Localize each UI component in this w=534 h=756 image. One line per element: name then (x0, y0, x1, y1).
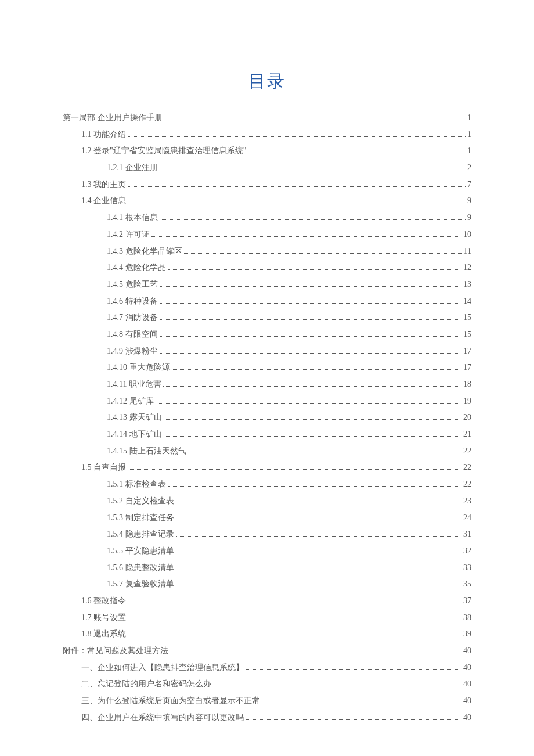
toc-entry[interactable]: 1.5.5 平安隐患清单32 (63, 543, 471, 560)
toc-entry-label: 1.4.3 危险化学品罐区 (107, 243, 182, 260)
toc-leader (128, 620, 461, 620)
toc-entry[interactable]: 第一局部 企业用户操作手册1 (63, 110, 471, 127)
toc-entry[interactable]: 1.4.3 危险化学品罐区11 (63, 243, 471, 260)
toc-entry-label: 1.5.2 自定义检查表 (107, 493, 174, 510)
toc-entry-page: 40 (463, 660, 471, 676)
toc-entry[interactable]: 1.4.13 露天矿山20 (63, 409, 471, 426)
toc-entry-label: 1.4.6 特种设备 (107, 293, 158, 310)
toc-entry-page: 14 (463, 293, 471, 310)
toc-entry[interactable]: 附件：常见问题及其处理方法40 (63, 643, 471, 660)
toc-entry-page: 20 (463, 409, 471, 426)
toc-entry[interactable]: 1.1 功能介绍1 (63, 127, 471, 143)
toc-leader (188, 453, 462, 453)
toc-leader (160, 303, 462, 304)
toc-entry-page: 40 (463, 676, 471, 693)
toc-entry-page: 10 (463, 226, 471, 243)
toc-entry[interactable]: 1.2.1 企业注册2 (63, 160, 471, 177)
toc-entry-label: 1.4.7 消防设备 (107, 309, 158, 326)
toc-leader (176, 570, 462, 570)
toc-entry-label: 1.6 整改指令 (81, 593, 126, 610)
toc-entry-label: 附件：常见问题及其处理方法 (63, 643, 168, 660)
toc-entry-page: 1 (467, 127, 471, 143)
toc-leader (213, 686, 461, 686)
toc-entry-label: 1.5.3 制定排查任务 (107, 510, 174, 527)
toc-entry[interactable]: 1.2 登录"辽宁省安监局隐患排查治理信息系统"1 (63, 143, 471, 160)
toc-entry[interactable]: 1.5.2 自定义检查表23 (63, 493, 471, 510)
toc-entry-page: 1 (467, 110, 471, 127)
toc-entry-label: 1.5.5 平安隐患清单 (107, 543, 174, 560)
toc-entry[interactable]: 1.5.1 标准检查表22 (63, 476, 471, 493)
toc-entry-page: 22 (463, 459, 471, 476)
toc-entry[interactable]: 四、企业用户在系统中填写的内容可以更改吗40 (63, 710, 471, 726)
toc-entry-label: 1.4.14 地下矿山 (107, 426, 162, 443)
toc-entry-label: 1.7 账号设置 (81, 610, 126, 627)
toc-title: 目录 (63, 70, 471, 93)
toc-entry-label: 1.4.9 涉爆粉尘 (107, 343, 158, 360)
toc-entry[interactable]: 二、忘记登陆的用户名和密码怎么办40 (63, 676, 471, 693)
toc-entry[interactable]: 1.7 账号设置38 (63, 610, 471, 627)
toc-leader (176, 503, 462, 503)
toc-entry[interactable]: 1.4.11 职业危害18 (63, 376, 471, 393)
toc-leader (246, 669, 461, 670)
toc-entry-page: 12 (463, 260, 471, 276)
toc-entry[interactable]: 1.4.6 特种设备14 (63, 293, 471, 310)
toc-entry-label: 1.8 退出系统 (81, 626, 126, 643)
toc-entry[interactable]: 1.5 自查自报22 (63, 459, 471, 476)
toc-leader (164, 436, 462, 437)
toc-entry-page: 38 (463, 610, 471, 627)
toc-entry[interactable]: 1.4 企业信息9 (63, 193, 471, 210)
toc-entry[interactable]: 1.4.12 尾矿库19 (63, 393, 471, 410)
toc-entry-page: 21 (463, 426, 471, 443)
toc-entry-page: 17 (463, 343, 471, 360)
toc-entry-label: 1.1 功能介绍 (81, 127, 126, 143)
toc-entry-label: 1.5 自查自报 (81, 459, 126, 476)
toc-entry[interactable]: 1.6 整改指令37 (63, 593, 471, 610)
toc-entry[interactable]: 1.8 退出系统39 (63, 626, 471, 643)
toc-leader (128, 136, 466, 137)
table-of-contents: 第一局部 企业用户操作手册11.1 功能介绍11.2 登录"辽宁省安监局隐患排查… (63, 110, 471, 726)
toc-leader (160, 336, 462, 337)
toc-entry-page: 18 (463, 376, 471, 393)
toc-leader (160, 286, 462, 287)
toc-entry[interactable]: 1.4.8 有限空间15 (63, 326, 471, 343)
toc-entry[interactable]: 1.5.4 隐患排查记录31 (63, 526, 471, 543)
toc-entry[interactable]: 1.4.7 消防设备15 (63, 309, 471, 326)
toc-entry-page: 17 (463, 359, 471, 376)
toc-entry[interactable]: 1.4.14 地下矿山21 (63, 426, 471, 443)
toc-entry-page: 35 (463, 576, 471, 593)
toc-entry-page: 40 (463, 710, 471, 726)
toc-entry[interactable]: 1.5.3 制定排查任务24 (63, 510, 471, 527)
toc-entry-page: 37 (463, 593, 471, 610)
toc-leader (128, 469, 461, 470)
toc-entry-label: 1.5.6 隐患整改清单 (107, 560, 174, 577)
toc-entry[interactable]: 1.4.2 许可证10 (63, 226, 471, 243)
toc-entry[interactable]: 1.4.10 重大危险源17 (63, 359, 471, 376)
toc-entry[interactable]: 1.4.9 涉爆粉尘17 (63, 343, 471, 360)
toc-entry[interactable]: 1.4.1 根本信息9 (63, 210, 471, 226)
toc-entry[interactable]: 1.4.4 危险化学品12 (63, 260, 471, 276)
toc-entry[interactable]: 一、企业如何进入【隐患排查治理信息系统】40 (63, 660, 471, 676)
toc-entry-page: 19 (463, 393, 471, 410)
toc-leader (168, 486, 462, 487)
toc-entry-page: 33 (463, 560, 471, 577)
toc-leader (160, 319, 462, 320)
toc-entry-label: 1.4.4 危险化学品 (107, 260, 166, 276)
document-page: 目录 第一局部 企业用户操作手册11.1 功能介绍11.2 登录"辽宁省安监局隐… (0, 0, 534, 756)
toc-entry[interactable]: 1.4.5 危险工艺13 (63, 276, 471, 293)
toc-entry-label: 第一局部 企业用户操作手册 (63, 110, 163, 127)
toc-leader (160, 219, 466, 220)
toc-entry[interactable]: 三、为什么登陆系统后页面为空白或者显示不正常40 (63, 693, 471, 710)
toc-entry-page: 22 (463, 476, 471, 493)
toc-leader (128, 603, 461, 603)
toc-entry-label: 1.5.4 隐患排查记录 (107, 526, 174, 543)
toc-entry[interactable]: 1.4.15 陆上石油天然气22 (63, 443, 471, 460)
toc-leader (160, 353, 462, 354)
toc-entry-page: 32 (463, 543, 471, 560)
toc-entry[interactable]: 1.3 我的主页7 (63, 177, 471, 193)
toc-entry-page: 23 (463, 493, 471, 510)
toc-entry-label: 三、为什么登陆系统后页面为空白或者显示不正常 (81, 693, 260, 710)
toc-entry[interactable]: 1.5.6 隐患整改清单33 (63, 560, 471, 577)
toc-entry-page: 9 (467, 210, 471, 226)
toc-entry[interactable]: 1.5.7 复查验收清单35 (63, 576, 471, 593)
toc-entry-label: 1.4.1 根本信息 (107, 210, 158, 226)
